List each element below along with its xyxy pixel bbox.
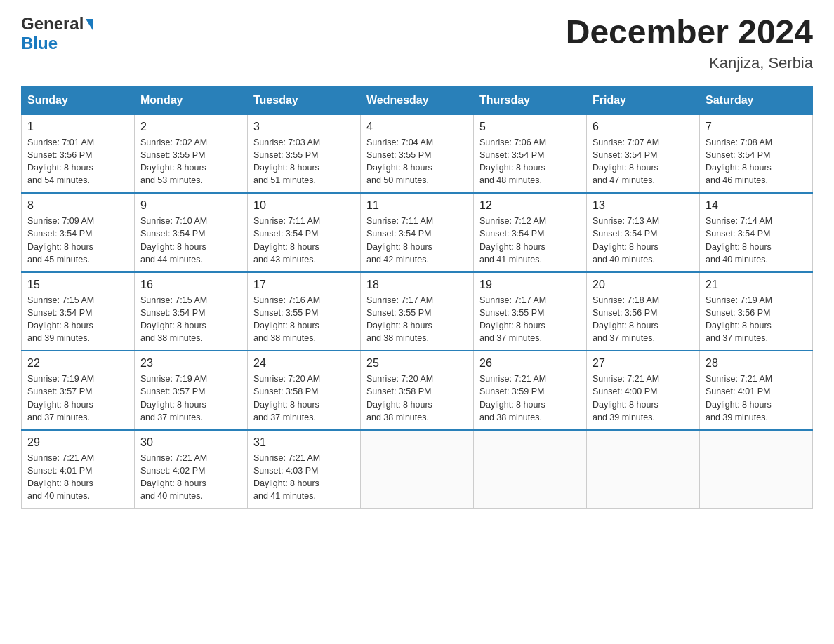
location-label: Kanjiza, Serbia: [566, 54, 813, 72]
day-cell-5: 5 Sunrise: 7:06 AM Sunset: 3:54 PM Dayli…: [474, 114, 587, 194]
day-info: Sunrise: 7:21 AM Sunset: 4:01 PM Dayligh…: [27, 452, 128, 503]
week-row-2: 8 Sunrise: 7:09 AM Sunset: 3:54 PM Dayli…: [22, 193, 813, 272]
day-info: Sunrise: 7:12 AM Sunset: 3:54 PM Dayligh…: [479, 215, 581, 266]
day-number: 9: [140, 199, 241, 212]
empty-cell-w4-c4: [474, 430, 587, 509]
empty-cell-w4-c6: [700, 430, 813, 509]
day-cell-21: 21 Sunrise: 7:19 AM Sunset: 3:56 PM Dayl…: [700, 272, 813, 351]
empty-cell-w4-c3: [361, 430, 474, 509]
day-cell-18: 18 Sunrise: 7:17 AM Sunset: 3:55 PM Dayl…: [361, 272, 474, 351]
day-cell-17: 17 Sunrise: 7:16 AM Sunset: 3:55 PM Dayl…: [248, 272, 361, 351]
day-info: Sunrise: 7:15 AM Sunset: 3:54 PM Dayligh…: [140, 294, 241, 345]
day-number: 28: [706, 357, 807, 370]
week-row-3: 15 Sunrise: 7:15 AM Sunset: 3:54 PM Dayl…: [22, 272, 813, 351]
day-cell-20: 20 Sunrise: 7:18 AM Sunset: 3:56 PM Dayl…: [587, 272, 700, 351]
title-area: December 2024 Kanjiza, Serbia: [566, 14, 813, 72]
day-cell-23: 23 Sunrise: 7:19 AM Sunset: 3:57 PM Dayl…: [135, 351, 248, 430]
logo: General Blue: [21, 14, 93, 53]
weekday-header-wednesday: Wednesday: [361, 86, 474, 114]
day-number: 6: [593, 121, 694, 133]
day-cell-15: 15 Sunrise: 7:15 AM Sunset: 3:54 PM Dayl…: [22, 272, 135, 351]
day-number: 16: [140, 279, 241, 291]
weekday-header-saturday: Saturday: [700, 86, 813, 114]
day-info: Sunrise: 7:21 AM Sunset: 4:03 PM Dayligh…: [253, 452, 355, 503]
weekday-header-friday: Friday: [587, 86, 700, 114]
day-cell-22: 22 Sunrise: 7:19 AM Sunset: 3:57 PM Dayl…: [22, 351, 135, 430]
day-cell-10: 10 Sunrise: 7:11 AM Sunset: 3:54 PM Dayl…: [248, 193, 361, 272]
logo-general: General: [21, 14, 84, 34]
day-number: 30: [140, 436, 241, 449]
day-cell-2: 2 Sunrise: 7:02 AM Sunset: 3:55 PM Dayli…: [135, 114, 248, 194]
calendar-table: SundayMondayTuesdayWednesdayThursdayFrid…: [21, 86, 813, 509]
day-number: 27: [593, 357, 694, 370]
logo-text-group: General Blue: [21, 14, 93, 53]
day-info: Sunrise: 7:06 AM Sunset: 3:54 PM Dayligh…: [479, 136, 581, 187]
day-cell-6: 6 Sunrise: 7:07 AM Sunset: 3:54 PM Dayli…: [587, 114, 700, 194]
day-info: Sunrise: 7:01 AM Sunset: 3:56 PM Dayligh…: [27, 136, 128, 187]
day-info: Sunrise: 7:11 AM Sunset: 3:54 PM Dayligh…: [366, 215, 468, 266]
day-number: 17: [253, 279, 355, 291]
weekday-header-thursday: Thursday: [474, 86, 587, 114]
weekday-header-monday: Monday: [135, 86, 248, 114]
day-info: Sunrise: 7:21 AM Sunset: 4:02 PM Dayligh…: [140, 452, 241, 503]
empty-cell-w4-c5: [587, 430, 700, 509]
day-number: 21: [706, 279, 807, 291]
day-cell-8: 8 Sunrise: 7:09 AM Sunset: 3:54 PM Dayli…: [22, 193, 135, 272]
logo-blue: Blue: [21, 34, 58, 53]
day-number: 11: [366, 199, 468, 212]
weekday-header-row: SundayMondayTuesdayWednesdayThursdayFrid…: [22, 86, 813, 114]
calendar-header: SundayMondayTuesdayWednesdayThursdayFrid…: [22, 86, 813, 114]
day-cell-3: 3 Sunrise: 7:03 AM Sunset: 3:55 PM Dayli…: [248, 114, 361, 194]
day-number: 24: [253, 357, 355, 370]
week-row-1: 1 Sunrise: 7:01 AM Sunset: 3:56 PM Dayli…: [22, 114, 813, 194]
day-cell-27: 27 Sunrise: 7:21 AM Sunset: 4:00 PM Dayl…: [587, 351, 700, 430]
day-info: Sunrise: 7:21 AM Sunset: 4:01 PM Dayligh…: [706, 373, 807, 424]
day-cell-25: 25 Sunrise: 7:20 AM Sunset: 3:58 PM Dayl…: [361, 351, 474, 430]
day-number: 4: [366, 121, 468, 133]
day-number: 3: [253, 121, 355, 133]
day-info: Sunrise: 7:17 AM Sunset: 3:55 PM Dayligh…: [366, 294, 468, 345]
day-number: 20: [593, 279, 694, 291]
day-info: Sunrise: 7:18 AM Sunset: 3:56 PM Dayligh…: [593, 294, 694, 345]
page-header: General Blue December 2024 Kanjiza, Serb…: [21, 14, 813, 72]
day-number: 14: [706, 199, 807, 212]
day-number: 22: [27, 357, 128, 370]
day-info: Sunrise: 7:09 AM Sunset: 3:54 PM Dayligh…: [27, 215, 128, 266]
day-info: Sunrise: 7:21 AM Sunset: 3:59 PM Dayligh…: [479, 373, 581, 424]
day-number: 10: [253, 199, 355, 212]
day-number: 7: [706, 121, 807, 133]
day-cell-30: 30 Sunrise: 7:21 AM Sunset: 4:02 PM Dayl…: [135, 430, 248, 509]
day-number: 12: [479, 199, 581, 212]
day-info: Sunrise: 7:11 AM Sunset: 3:54 PM Dayligh…: [253, 215, 355, 266]
day-cell-16: 16 Sunrise: 7:15 AM Sunset: 3:54 PM Dayl…: [135, 272, 248, 351]
day-cell-7: 7 Sunrise: 7:08 AM Sunset: 3:54 PM Dayli…: [700, 114, 813, 194]
day-info: Sunrise: 7:13 AM Sunset: 3:54 PM Dayligh…: [593, 215, 694, 266]
day-cell-9: 9 Sunrise: 7:10 AM Sunset: 3:54 PM Dayli…: [135, 193, 248, 272]
day-number: 1: [27, 121, 128, 133]
day-info: Sunrise: 7:14 AM Sunset: 3:54 PM Dayligh…: [706, 215, 807, 266]
day-info: Sunrise: 7:17 AM Sunset: 3:55 PM Dayligh…: [479, 294, 581, 345]
day-number: 18: [366, 279, 468, 291]
day-info: Sunrise: 7:19 AM Sunset: 3:57 PM Dayligh…: [27, 373, 128, 424]
calendar-body: 1 Sunrise: 7:01 AM Sunset: 3:56 PM Dayli…: [22, 114, 813, 509]
day-cell-28: 28 Sunrise: 7:21 AM Sunset: 4:01 PM Dayl…: [700, 351, 813, 430]
week-row-4: 22 Sunrise: 7:19 AM Sunset: 3:57 PM Dayl…: [22, 351, 813, 430]
day-cell-1: 1 Sunrise: 7:01 AM Sunset: 3:56 PM Dayli…: [22, 114, 135, 194]
weekday-header-sunday: Sunday: [22, 86, 135, 114]
day-cell-11: 11 Sunrise: 7:11 AM Sunset: 3:54 PM Dayl…: [361, 193, 474, 272]
day-info: Sunrise: 7:19 AM Sunset: 3:56 PM Dayligh…: [706, 294, 807, 345]
day-number: 25: [366, 357, 468, 370]
day-info: Sunrise: 7:04 AM Sunset: 3:55 PM Dayligh…: [366, 136, 468, 187]
day-number: 15: [27, 279, 128, 291]
day-info: Sunrise: 7:21 AM Sunset: 4:00 PM Dayligh…: [593, 373, 694, 424]
day-info: Sunrise: 7:15 AM Sunset: 3:54 PM Dayligh…: [27, 294, 128, 345]
day-info: Sunrise: 7:20 AM Sunset: 3:58 PM Dayligh…: [366, 373, 468, 424]
day-cell-4: 4 Sunrise: 7:04 AM Sunset: 3:55 PM Dayli…: [361, 114, 474, 194]
day-info: Sunrise: 7:16 AM Sunset: 3:55 PM Dayligh…: [253, 294, 355, 345]
day-number: 31: [253, 436, 355, 449]
day-cell-12: 12 Sunrise: 7:12 AM Sunset: 3:54 PM Dayl…: [474, 193, 587, 272]
day-cell-13: 13 Sunrise: 7:13 AM Sunset: 3:54 PM Dayl…: [587, 193, 700, 272]
day-info: Sunrise: 7:20 AM Sunset: 3:58 PM Dayligh…: [253, 373, 355, 424]
day-info: Sunrise: 7:08 AM Sunset: 3:54 PM Dayligh…: [706, 136, 807, 187]
day-info: Sunrise: 7:07 AM Sunset: 3:54 PM Dayligh…: [593, 136, 694, 187]
